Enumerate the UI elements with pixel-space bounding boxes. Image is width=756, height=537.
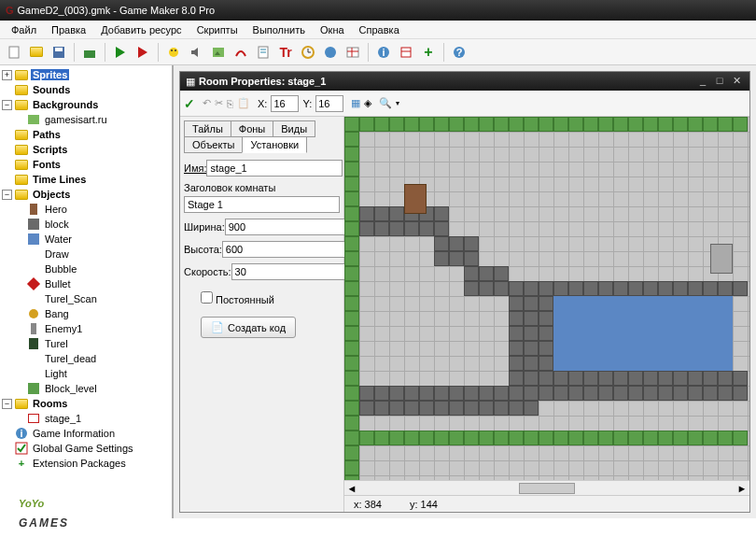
tree-obj-light[interactable]: Light: [43, 368, 69, 379]
document-icon: 📄: [211, 321, 224, 333]
menu-scripts[interactable]: Скрипты: [189, 22, 245, 37]
tab-objects[interactable]: Объекты: [184, 136, 243, 153]
publish-icon[interactable]: [79, 42, 100, 63]
add-sprite-icon[interactable]: [163, 42, 184, 63]
tree-room-stage1[interactable]: stage_1: [43, 413, 83, 424]
dropdown-icon[interactable]: ▾: [396, 99, 399, 107]
tree-obj-water[interactable]: Water: [43, 233, 74, 245]
tab-views[interactable]: Виды: [273, 120, 315, 137]
copy-icon[interactable]: ⎘: [227, 98, 233, 109]
tree-ext[interactable]: Extension Packages: [31, 458, 128, 469]
persistent-checkbox[interactable]: [201, 291, 213, 304]
expand-icon[interactable]: +: [2, 70, 12, 80]
zoom-icon[interactable]: 🔍: [379, 97, 392, 109]
horizontal-scrollbar[interactable]: ◄►: [344, 480, 749, 495]
minimize-icon[interactable]: _: [695, 75, 710, 88]
room-canvas[interactable]: [344, 117, 749, 480]
room-window-title: Room Properties: stage_1: [199, 76, 693, 87]
tab-tiles[interactable]: Тайлы: [184, 120, 231, 137]
tab-settings[interactable]: Установки: [242, 136, 307, 153]
yoyo-logo: YoYo GAMES: [19, 492, 69, 531]
new-icon[interactable]: [4, 42, 24, 63]
tree-obj-block[interactable]: block: [43, 219, 71, 230]
add-room-icon[interactable]: [343, 42, 363, 63]
tree-obj-bubble[interactable]: Bubble: [43, 263, 78, 275]
save-icon[interactable]: [49, 42, 69, 63]
menu-run[interactable]: Выполнить: [245, 22, 313, 37]
tree-obj-enemy1[interactable]: Enemy1: [43, 323, 84, 334]
tree-paths[interactable]: Paths: [31, 129, 63, 140]
tree-settings[interactable]: Global Game Settings: [31, 443, 135, 454]
tree-sprites[interactable]: Sprites: [31, 69, 69, 80]
tree-sounds[interactable]: Sounds: [31, 84, 72, 95]
plus-icon: +: [14, 457, 29, 470]
tree-scripts[interactable]: Scripts: [31, 144, 69, 155]
add-timeline-icon[interactable]: [298, 42, 318, 63]
help-icon[interactable]: ?: [449, 42, 469, 63]
workspace: ▦ Room Properties: stage_1 _ □ ✕ ✓ ↶ ✂ ⎘…: [174, 65, 756, 518]
svg-text:i: i: [382, 47, 385, 58]
maximize-icon[interactable]: □: [712, 75, 727, 88]
menu-add-resource[interactable]: Добавить ресурс: [93, 22, 189, 37]
settings-icon[interactable]: [396, 42, 416, 63]
tree-obj-hero[interactable]: Hero: [43, 204, 69, 215]
tree-rooms[interactable]: Rooms: [31, 398, 69, 409]
collapse-icon[interactable]: −: [2, 100, 12, 110]
menu-help[interactable]: Справка: [352, 22, 407, 37]
confirm-icon[interactable]: ✓: [184, 96, 195, 111]
add-object-icon[interactable]: [320, 42, 341, 63]
add-font-icon[interactable]: Tr: [275, 42, 296, 63]
extensions-icon[interactable]: +: [418, 42, 439, 63]
tree-fonts[interactable]: Fonts: [31, 159, 63, 170]
collapse-icon[interactable]: −: [2, 399, 12, 409]
tree-obj-draw[interactable]: Draw: [43, 248, 71, 260]
tree-obj-blocklevel[interactable]: Block_level: [43, 383, 99, 394]
enemy-sprite[interactable]: [710, 244, 733, 274]
create-code-button[interactable]: 📄Создать код: [201, 317, 296, 338]
tree-obj-bang[interactable]: Bang: [43, 308, 71, 319]
tree-obj-turelscan[interactable]: Turel_Scan: [43, 293, 99, 304]
persistent-label: Постоянный: [216, 294, 274, 305]
menu-edit[interactable]: Правка: [44, 22, 93, 37]
svg-marker-4: [116, 47, 125, 58]
paste-icon[interactable]: 📋: [237, 97, 250, 109]
name-input[interactable]: [206, 160, 343, 177]
debug-icon[interactable]: [133, 42, 153, 63]
cut-icon[interactable]: ✂: [215, 97, 223, 109]
svg-rect-2: [55, 48, 63, 51]
tree-timelines[interactable]: Time Lines: [31, 174, 88, 185]
tree-obj-turel[interactable]: Turel: [43, 338, 70, 349]
snap-y-input[interactable]: [315, 95, 343, 112]
tree-bg-item[interactable]: gamesisart.ru: [43, 114, 109, 125]
caption-input[interactable]: [184, 196, 340, 213]
add-path-icon[interactable]: [231, 42, 251, 63]
tree-obj-tureldead[interactable]: Turel_dead: [43, 353, 98, 364]
add-script-icon[interactable]: [253, 42, 273, 63]
add-sound-icon[interactable]: [186, 42, 206, 63]
status-y: y: 144: [410, 499, 438, 510]
undo-icon[interactable]: ↶: [203, 97, 211, 109]
collapse-icon[interactable]: −: [2, 190, 12, 200]
add-background-icon[interactable]: [208, 42, 229, 63]
menu-file[interactable]: Файл: [4, 22, 44, 37]
tree-backgrounds[interactable]: Backgrounds: [31, 99, 100, 110]
grid-icon[interactable]: ▦: [351, 97, 360, 109]
snap-x-input[interactable]: [271, 95, 299, 112]
resource-tree[interactable]: +Sprites Sounds −Backgrounds gamesisart.…: [0, 65, 174, 518]
run-icon[interactable]: [110, 42, 131, 63]
window-title: GameD2_(003).gmk - Game Maker 8.0 Pro: [18, 5, 750, 16]
iso-icon[interactable]: ◈: [364, 97, 371, 109]
tab-backgrounds[interactable]: Фоны: [231, 120, 273, 137]
info-icon[interactable]: i: [373, 42, 394, 63]
menu-windows[interactable]: Окна: [313, 22, 352, 37]
tree-objects[interactable]: Objects: [31, 189, 72, 200]
hero-sprite[interactable]: [404, 184, 427, 214]
width-input[interactable]: [225, 219, 361, 235]
svg-point-7: [171, 49, 173, 51]
tree-gameinfo[interactable]: Game Information: [31, 428, 117, 439]
height-input[interactable]: [222, 241, 358, 258]
close-icon[interactable]: ✕: [729, 75, 744, 88]
menubar: Файл Правка Добавить ресурс Скрипты Выпо…: [0, 21, 756, 39]
open-icon[interactable]: [26, 42, 47, 63]
tree-obj-bullet[interactable]: Bullet: [43, 278, 73, 290]
